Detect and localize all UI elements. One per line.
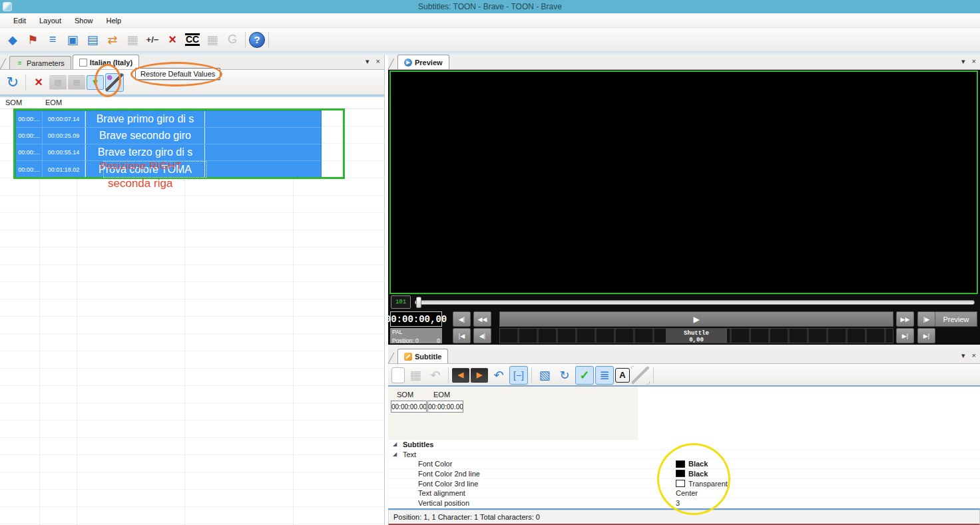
add-remove-icon[interactable]: +/− <box>143 31 162 49</box>
property-row-font-color[interactable]: Font ColorBlack <box>388 459 980 469</box>
window-title: Subtitles: TOON - Brave - TOON - Brave <box>418 2 562 11</box>
film-import-icon[interactable]: ▼ <box>87 75 104 90</box>
column-header-som[interactable]: SOM <box>5 98 22 106</box>
film-edit-icon[interactable]: ▧ <box>535 366 554 385</box>
tree-node-subtitles[interactable]: ◢ Subtitles <box>388 440 980 450</box>
table-row[interactable]: 00:00:...00:00:55.14Brave terzo giro di … <box>16 144 321 161</box>
som-field-input[interactable] <box>391 401 427 413</box>
brackets-icon[interactable]: [−] <box>509 366 528 385</box>
play-icon: ▶ <box>693 315 699 324</box>
main-toolbar: ◆⚑≡▣▤⇄▦+/−×CC▦G? <box>0 28 980 51</box>
menu-layout[interactable]: Layout <box>33 15 68 27</box>
menu-show[interactable]: Show <box>68 15 100 27</box>
menu-help[interactable]: Help <box>100 15 128 27</box>
menu-edit[interactable]: Edit <box>7 15 33 27</box>
rewind-button[interactable]: ◀◀ <box>473 311 491 327</box>
video-preview-area[interactable] <box>388 70 980 293</box>
tab-preview[interactable]: ▶ Preview <box>397 55 449 69</box>
copy-subtitles-icon[interactable]: ▣ <box>63 31 82 49</box>
previous-subtitle-button[interactable]: ◀| <box>473 328 491 343</box>
undo-gray-icon[interactable]: ↶ <box>426 366 445 385</box>
save-icon[interactable]: ▦ <box>123 31 142 49</box>
fast-forward-button[interactable]: ▶▶ <box>896 311 914 327</box>
waveform-g-icon[interactable]: G <box>223 31 242 49</box>
languages-flags-icon[interactable]: ⚑ <box>23 31 42 49</box>
property-value[interactable]: Black <box>676 460 708 468</box>
preview-button[interactable]: Preview <box>935 311 977 327</box>
subtitle-grid[interactable]: 00:00:...00:00:07.14Brave primo giro di … <box>0 109 384 525</box>
tab-italian-italy-[interactable]: Italian (Italy) <box>73 55 139 69</box>
eom-field-input[interactable] <box>427 401 463 413</box>
eom-field-label: EOM <box>433 391 450 399</box>
waveform-window-icon[interactable]: ▦ <box>203 31 222 49</box>
panel-menu-button[interactable]: ▾ <box>961 351 965 360</box>
tab-parameters[interactable]: ≡Parameters <box>9 56 71 69</box>
property-row-vertical-position[interactable]: Vertical position3 <box>388 498 980 508</box>
panel-menu-button[interactable]: ▾ <box>366 57 369 66</box>
property-row-font-color-2nd-line[interactable]: Font Color 2nd lineBlack <box>388 469 980 479</box>
property-value[interactable]: Black <box>676 470 708 478</box>
property-value-text: Black <box>688 460 708 468</box>
seek-slider-thumb[interactable] <box>416 297 421 308</box>
film-next-icon[interactable]: ▤ <box>68 75 85 90</box>
film-grab-som-icon[interactable]: ◀ <box>452 368 469 383</box>
subtitle-tab-bar: Subtitle ▾ × <box>388 349 980 364</box>
cell-som: 00:00:... <box>16 144 43 160</box>
refresh-icon[interactable]: ↻ <box>3 73 22 92</box>
property-value[interactable]: Transparent <box>676 480 728 488</box>
timecode-display-icon[interactable]: 101 <box>391 295 411 309</box>
save-subtitle-icon[interactable]: ▦ <box>406 366 425 385</box>
film-grab-eom-icon[interactable]: ▶ <box>471 368 488 383</box>
open-project-icon[interactable]: ◆ <box>3 31 22 49</box>
transport-controls: 101 00:00:00,00 ▶ Preview PAL Position: … <box>388 293 980 345</box>
text-cursor-icon[interactable]: A <box>615 368 630 383</box>
table-row[interactable]: 00:00:...00:01:18.02Prova colore TOMA <box>16 161 321 178</box>
panel-close-button[interactable]: × <box>972 351 976 360</box>
panel-close-button[interactable]: × <box>972 57 976 66</box>
tree-node-text[interactable]: ◢ Text <box>388 450 980 460</box>
wand-icon[interactable] <box>105 73 124 92</box>
spellcheck-icon[interactable]: ✓ <box>575 366 594 385</box>
tab-label: Parameters <box>27 59 65 67</box>
delete-icon[interactable]: × <box>163 31 182 49</box>
toolbar-separator <box>268 32 269 48</box>
import-export-icon[interactable]: ⇄ <box>103 31 122 49</box>
left-panel-toolbar: ↻×▤▤▼Restore Default Values <box>0 70 384 94</box>
expand-arrow-icon[interactable]: ◢ <box>393 451 397 457</box>
panel-close-button[interactable]: × <box>376 57 380 66</box>
copy-list-icon[interactable]: ▤ <box>83 31 102 49</box>
tree-node-label: Subtitles <box>403 440 433 448</box>
property-row-text-alignment[interactable]: Text alignmentCenter <box>388 488 980 498</box>
go-to-start-button[interactable]: |◀ <box>453 328 471 343</box>
help-icon[interactable]: ? <box>249 32 265 48</box>
wand-icon[interactable] <box>631 366 650 385</box>
refresh-icon[interactable]: ↻ <box>555 366 574 385</box>
next-subtitle-button[interactable]: ▶| <box>896 328 914 343</box>
toolbar-separator <box>531 367 532 383</box>
cell-text: Prova colore TOMA <box>85 161 205 178</box>
property-row-font-color-3rd-line[interactable]: Font Color 3rd lineTransparent <box>388 479 980 489</box>
list-icon: ≡ <box>16 59 24 67</box>
undo-icon[interactable]: ↶ <box>489 366 508 385</box>
seek-slider[interactable] <box>415 300 975 305</box>
delete-subtitle-icon[interactable]: × <box>29 73 48 92</box>
panel-menu-button[interactable]: ▾ <box>961 57 965 66</box>
step-forward-button[interactable]: |▶ <box>917 311 935 327</box>
play-button[interactable]: ▶ <box>499 311 893 327</box>
shuttle-control[interactable]: Shuttle 0,00 <box>499 328 893 343</box>
property-value[interactable]: Center <box>676 489 698 497</box>
tab-subtitle[interactable]: Subtitle <box>397 349 448 363</box>
table-row[interactable]: 00:00:...00:00:07.14Brave primo giro di … <box>16 111 321 128</box>
cell-eom: 00:00:25.09 <box>43 128 85 144</box>
go-to-end-button[interactable]: ▶| <box>917 328 935 343</box>
wrap-text-icon[interactable]: ≣ <box>595 366 614 385</box>
film-previous-icon[interactable]: ▤ <box>49 75 67 90</box>
column-header-eom[interactable]: EOM <box>45 98 62 106</box>
closed-captions-icon[interactable]: CC <box>183 31 202 49</box>
numbered-list-icon[interactable]: ≡ <box>43 31 62 49</box>
step-back-button[interactable]: ◀| <box>453 311 471 327</box>
expand-arrow-icon[interactable]: ◢ <box>393 441 397 447</box>
table-row[interactable]: 00:00:...00:00:25.09Brave secondo giro <box>16 128 321 144</box>
property-value[interactable]: 3 <box>676 499 680 507</box>
new-subtitle-icon[interactable] <box>391 367 405 383</box>
